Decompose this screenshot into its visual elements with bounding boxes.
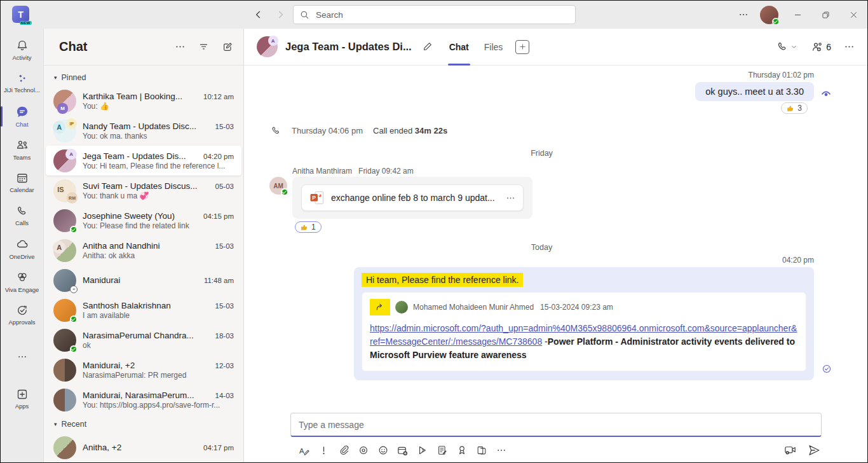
view-members-button[interactable]: 6 — [810, 40, 831, 54]
close-button[interactable] — [839, 1, 867, 29]
calendar-icon — [16, 172, 29, 184]
date-divider-friday: Friday — [531, 149, 553, 158]
chat-list-more-button[interactable] — [175, 41, 186, 52]
search-input[interactable] — [316, 10, 569, 20]
attach-file-button[interactable] — [334, 442, 353, 459]
call-button[interactable] — [776, 41, 797, 53]
rail-item-approvals[interactable]: Approvals — [1, 298, 43, 331]
conversation-more-button[interactable] — [844, 41, 855, 52]
app-rail: Activity JiJi Technol... Chat Teams Cale… — [1, 29, 43, 462]
schedule-message-button[interactable] — [393, 442, 412, 459]
chat-list-item-anitha-plus2[interactable]: Anitha, +204:17 pm — [46, 432, 241, 462]
back-button[interactable] — [251, 8, 265, 22]
delivery-options-button[interactable] — [314, 442, 334, 459]
chat-list-item-santhosh[interactable]: Santhosh Balakrishnan15-03 I am availabl… — [46, 295, 241, 325]
avatar: AIP — [53, 120, 76, 142]
compose-box[interactable] — [290, 413, 822, 437]
highlighted-text: Hi team, Please find the reference link. — [362, 273, 523, 287]
rail-item-chat[interactable]: Chat — [1, 100, 43, 133]
reaction-pill[interactable]: 3 — [781, 102, 808, 114]
file-more-button[interactable] — [506, 193, 515, 203]
titlebar-more-button[interactable] — [732, 1, 755, 29]
stream-button[interactable] — [412, 442, 432, 459]
emoji-button[interactable] — [373, 442, 393, 459]
chat-list-item-suvi[interactable]: ISRM Suvi Team - Updates Discus...05-03 … — [46, 176, 241, 205]
chat-list-item-manidurai-narasima[interactable]: Manidurai, NarasimaPerum...14-03 You: ht… — [46, 385, 241, 415]
viva-engage-icon — [15, 270, 29, 284]
rail-item-viva-engage[interactable]: Viva Engage — [1, 265, 43, 298]
call-ended-event: Thursday 04:06 pm Call ended 34m 22s — [271, 125, 814, 136]
file-name: exchange online feb 8 to march 9 updat..… — [331, 193, 499, 203]
chat-list-item-josephine[interactable]: Josephine Sweety (You)04:15 pm You: Plea… — [46, 205, 241, 235]
rail-item-calls[interactable]: Calls — [1, 199, 43, 232]
avatar: A — [53, 149, 76, 172]
praise-button[interactable] — [452, 442, 471, 459]
message-timestamp: 04:20 pm — [782, 256, 814, 265]
chat-bubble-icon — [15, 105, 29, 119]
video-clip-button[interactable] — [784, 445, 797, 456]
search-bar[interactable] — [293, 5, 576, 24]
rail-item-activity[interactable]: Activity — [1, 34, 43, 67]
maximize-button[interactable] — [811, 1, 839, 29]
forms-button[interactable] — [432, 442, 452, 459]
avatar: ISRM — [53, 179, 76, 202]
file-attachment[interactable]: P exchange online feb 8 to march 9 updat… — [301, 184, 524, 211]
format-button[interactable]: A — [294, 442, 314, 459]
loop-component-button[interactable] — [353, 442, 373, 459]
chat-list-item-anitha-nandhini[interactable]: A Anitha and Nandhini15-03 Anitha: ok ak… — [46, 235, 241, 265]
chevron-down-icon — [790, 43, 797, 50]
recent-section-header[interactable]: ▾ Recent — [44, 415, 243, 432]
account-avatar[interactable] — [760, 6, 778, 24]
add-tab-button[interactable] — [515, 40, 529, 54]
message-timestamp: Thursday 01:02 pm — [749, 71, 814, 79]
svg-text:A: A — [299, 447, 304, 455]
link-separator: - — [542, 336, 548, 347]
thumbs-up-icon — [787, 104, 795, 113]
rail-more-button[interactable] — [1, 348, 43, 366]
search-icon — [300, 10, 309, 20]
rail-item-teams[interactable]: Teams — [1, 133, 43, 166]
tab-chat[interactable]: Chat — [442, 29, 477, 66]
chat-list-item-manidurai[interactable]: × Manidurai11:48 am — [46, 265, 241, 295]
tab-files[interactable]: Files — [477, 29, 511, 66]
call-duration: 34m 22s — [415, 126, 447, 135]
conversation-header: A Jega Team - Updates Di... Chat Files — [244, 29, 867, 66]
avatar — [53, 436, 76, 459]
chat-list-item-nandy[interactable]: AIP Nandy Team - Updates Disc...15-03 Yo… — [46, 116, 241, 146]
presence-online-icon — [70, 315, 78, 323]
rail-item-apps[interactable]: Apps — [1, 382, 43, 415]
avatar: M — [53, 90, 76, 113]
message-list: Thursday 01:02 pm ok guys.. meet u at 3.… — [244, 66, 867, 409]
apps-icon — [16, 388, 29, 401]
chat-list-item-karthika[interactable]: M Karthika Team | Booking...10:12 am You… — [46, 86, 241, 116]
new-chat-button[interactable] — [222, 41, 233, 53]
chat-list-item-narasimaperumal[interactable]: NarasimaPerumal Chandra...18-03 ok — [46, 325, 241, 355]
minimize-button[interactable] — [783, 1, 811, 29]
pinned-section-header[interactable]: ▾ Pinned — [44, 68, 243, 86]
thumbs-up-icon — [301, 223, 309, 232]
send-button[interactable] — [808, 444, 820, 457]
edit-title-button[interactable] — [422, 41, 433, 52]
conversation-avatar: A — [257, 36, 278, 57]
svg-text:P: P — [312, 195, 316, 201]
onenote-pages-button[interactable] — [471, 442, 491, 459]
chat-panel-title: Chat — [59, 39, 175, 54]
chat-list-item-manidurai-plus2[interactable]: Manidurai, +212-03 NarasimaPerumal: PR m… — [46, 355, 241, 385]
avatar-am: AM — [269, 177, 287, 195]
rail-item-jiji-technologies[interactable]: JiJi Technol... — [1, 67, 43, 100]
chat-list-item-jega-selected[interactable]: A Jega Team - Updates Dis...04:20 pm You… — [46, 146, 241, 176]
rail-item-onedrive[interactable]: OneDrive — [1, 232, 43, 265]
reaction-pill[interactable]: 1 — [295, 221, 322, 233]
conversation-pane: A Jega Team - Updates Di... Chat Files — [244, 29, 867, 462]
forwarded-message-card: Mohamed Mohaideen Munir Ahmed 15-03-2024… — [362, 292, 806, 371]
approvals-icon — [16, 304, 29, 317]
rail-item-calendar[interactable]: Calendar — [1, 166, 43, 199]
message-input[interactable] — [299, 420, 813, 430]
jiji-app-icon — [17, 73, 28, 85]
avatar — [53, 359, 76, 382]
filter-icon[interactable] — [198, 41, 209, 52]
compose-more-button[interactable] — [491, 442, 511, 459]
presence-online-icon — [70, 226, 78, 233]
chat-list-panel: Chat ▾ Pinned M Karthika Team | Booking.… — [43, 29, 244, 462]
forward-button[interactable] — [274, 8, 288, 22]
